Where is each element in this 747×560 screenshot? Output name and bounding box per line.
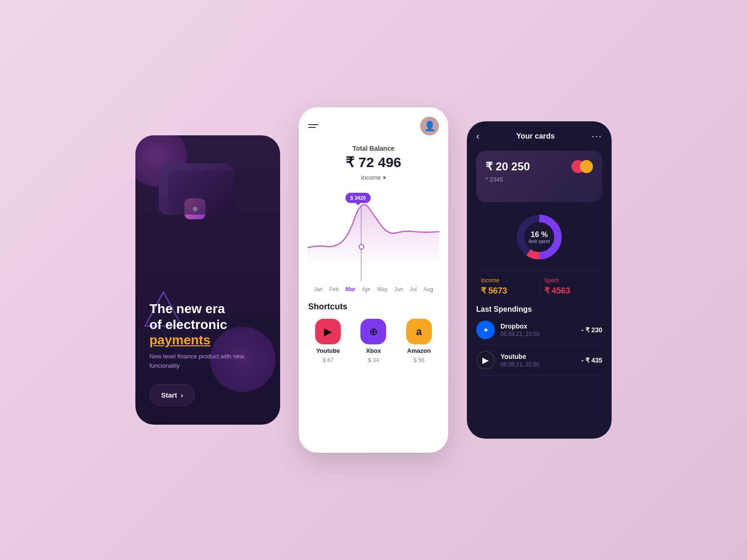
youtube-date: 06.09.21, 22:50 <box>500 361 581 368</box>
xbox-amount: $ 34 <box>368 357 379 364</box>
month-jan: Jan <box>314 286 323 293</box>
spent-value: ₹ 4563 <box>544 286 598 296</box>
youtube-amount: $ 67 <box>323 357 333 364</box>
shortcuts-grid: ▶ Youtube $ 67 ⊕ Xbox $ 34 a Amazon $ 56 <box>308 319 439 364</box>
intro-subtitle: New level finance product with new funci… <box>149 352 266 370</box>
income-label: Income <box>481 277 535 284</box>
balance-section: Total Balance ₹ 72 496 Income ▾ <box>308 145 439 181</box>
stat-spent: Spent ₹ 4563 <box>539 277 603 296</box>
card-widget: ₹ 20 250 * 2345 <box>476 151 602 202</box>
mastercard-logo <box>571 160 593 173</box>
cards-title: Your cards <box>516 132 555 140</box>
donut-wrapper: 16 % limit spent <box>514 211 565 263</box>
card-decoration <box>159 163 252 229</box>
chart-svg <box>308 188 439 267</box>
month-apr: Apr <box>362 286 371 293</box>
amazon-name: Amazon <box>407 347 431 354</box>
donut-percent: 16 % <box>529 231 550 239</box>
month-jul: Jul <box>409 286 416 293</box>
dashboard-screen: 👤 Total Balance ₹ 72 496 Income ▾ $ 3420 <box>299 107 448 453</box>
avatar[interactable]: 👤 <box>420 117 439 135</box>
amazon-amount: $ 56 <box>414 357 424 364</box>
balance-amount: ₹ 72 496 <box>308 154 439 170</box>
dropbox-info: Dropbox 06.09.21, 23:50 <box>500 322 581 337</box>
shortcuts-title: Shortcuts <box>308 302 439 312</box>
cards-header: ‹ Your cards ··· <box>476 131 602 141</box>
income-value: ₹ 5673 <box>481 286 535 296</box>
chart-tooltip: $ 3420 <box>345 193 371 203</box>
start-button[interactable]: Start › <box>149 384 195 406</box>
month-aug: Aug <box>423 286 433 293</box>
intro-screen: The new era of electronic payments New l… <box>135 135 280 425</box>
dashboard-header: 👤 <box>308 117 439 135</box>
balance-label: Total Balance <box>308 145 439 152</box>
mastercard-yellow <box>580 160 593 173</box>
intro-title: The new era of electronic payments <box>149 301 266 348</box>
month-feb: Feb <box>329 286 339 293</box>
xbox-icon: ⊕ <box>360 319 386 344</box>
chart-container: $ 3420 <box>308 188 439 281</box>
donut-section: 16 % limit spent <box>476 211 602 263</box>
youtube-info: Youtube 06.09.21, 22:50 <box>500 353 581 368</box>
youtube-icon: ▶ <box>315 319 341 344</box>
youtube-logo: ▶ <box>476 351 495 370</box>
youtube-amount: - ₹ 435 <box>581 357 602 364</box>
cards-screen: ‹ Your cards ··· ₹ 20 250 * 2345 <box>467 121 612 439</box>
back-button[interactable]: ‹ <box>476 131 479 141</box>
shortcut-xbox[interactable]: ⊕ Xbox $ 34 <box>360 319 386 364</box>
stats-row: Income ₹ 5673 Spent ₹ 4563 <box>476 270 602 296</box>
month-may: May <box>377 286 388 293</box>
months-row: Jan Feb Mar Apr May Jun Jul Aug <box>308 286 439 293</box>
dropbox-amount: - ₹ 230 <box>581 326 602 334</box>
dropbox-date: 06.09.21, 23:50 <box>500 331 581 337</box>
donut-label: limit spent <box>529 239 550 244</box>
spending-dropbox: ✦ Dropbox 06.09.21, 23:50 - ₹ 230 <box>476 321 602 345</box>
card-number: * 2345 <box>486 176 593 183</box>
stat-income: Income ₹ 5673 <box>476 277 539 296</box>
spent-label: Spent <box>544 277 598 284</box>
donut-center: 16 % limit spent <box>529 231 550 244</box>
xbox-name: Xbox <box>366 347 381 354</box>
chart-dot <box>359 244 364 250</box>
spending-youtube: ▶ Youtube 06.09.21, 22:50 - ₹ 435 <box>476 351 602 376</box>
shortcut-youtube[interactable]: ▶ Youtube $ 67 <box>315 319 341 364</box>
income-dropdown[interactable]: Income ▾ <box>308 174 439 181</box>
month-mar[interactable]: Mar <box>345 286 355 293</box>
shortcuts-section: Shortcuts ▶ Youtube $ 67 ⊕ Xbox $ 34 a A… <box>308 302 439 443</box>
month-jun: Jun <box>394 286 403 293</box>
dropbox-logo: ✦ <box>476 321 495 339</box>
amazon-icon: a <box>406 319 432 344</box>
youtube-spending-name: Youtube <box>500 353 581 360</box>
more-button[interactable]: ··· <box>592 131 602 141</box>
spendings-title: Last Spendings <box>476 305 602 314</box>
youtube-name: Youtube <box>316 347 340 354</box>
shortcut-amazon[interactable]: a Amazon $ 56 <box>406 319 432 364</box>
menu-icon[interactable] <box>308 124 318 128</box>
dropbox-name: Dropbox <box>500 322 581 330</box>
